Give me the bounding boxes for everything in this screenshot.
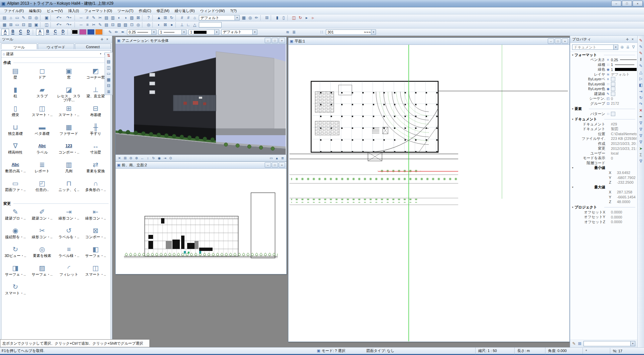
rotate-icon[interactable]: ↻ (638, 94, 644, 101)
copy-icon[interactable]: ◧ (638, 82, 644, 88)
folder2-icon[interactable]: ▨ (122, 22, 129, 28)
smart-window[interactable]: ◫ スマート・.. (29, 104, 55, 122)
home-view-icon[interactable]: ⌂ (191, 15, 198, 21)
line-type-combo[interactable]: 1 ▾ (158, 29, 186, 35)
polygonal-niche[interactable]: ∩ 多角形の・.. (82, 179, 109, 197)
linear-component-split[interactable]: ✂ 線形コン・.. (29, 226, 55, 244)
property-row[interactable]: 要素 (570, 107, 637, 112)
door[interactable]: ◻ ドア (29, 67, 55, 85)
niche[interactable]: ⊓ ニッチ、く.. (55, 179, 82, 197)
menu-item[interactable]: フォーマット(O) (82, 8, 115, 14)
status-angle[interactable]: 角度: 0.000 (545, 347, 583, 354)
menu-item[interactable]: 挿入(I) (66, 8, 82, 14)
dimension-style-button[interactable]: C (51, 29, 59, 35)
window-layout-icon[interactable]: ▣ (43, 15, 50, 21)
chimney[interactable]: ▯ 煙突 (2, 104, 29, 122)
full-view-icon[interactable]: ⊙ (168, 156, 173, 161)
animation-window-titlebar[interactable]: ▣ アニメーション: モデル全体 – □ × (116, 37, 286, 44)
menu-item[interactable]: ビュー(V) (44, 8, 66, 14)
report[interactable]: ≣ レポート (29, 160, 55, 178)
property-row[interactable]: ByLayerペ ≡ (570, 77, 637, 82)
sill-height[interactable]: Abc 敷居の高・.. (2, 160, 29, 178)
property-row[interactable]: フォーマット (570, 53, 637, 58)
screen-icon[interactable]: ▭ (268, 156, 274, 161)
title-bar[interactable]: ▣ Allplan 2013 - トライアル - Kokuyo Hall4 - … (0, 0, 644, 7)
property-row[interactable]: X 287.1258 (570, 190, 637, 195)
property-row[interactable]: レイヤ ≋ デフォルト (570, 72, 637, 77)
grid-icon[interactable]: # (84, 15, 91, 21)
chevron-down-icon[interactable]: ▾ (371, 30, 376, 34)
save2-icon[interactable]: ⊟ (110, 22, 116, 28)
property-row[interactable]: ByLayer色 ◉ (570, 87, 637, 92)
page-next-icon[interactable]: ▸ (303, 15, 310, 21)
freeform[interactable]: ◰ 任意の.. (29, 179, 55, 197)
line-icon[interactable]: ─ (78, 15, 84, 21)
clipboard-icon[interactable]: ◫ (43, 22, 50, 28)
pen-thickness-combo[interactable]: 0.25 ▾ (127, 29, 156, 35)
minimize-icon[interactable]: – (265, 38, 271, 43)
relabel[interactable]: ↺ ラベルを・.. (55, 226, 82, 244)
building2-icon[interactable]: ▯ (280, 15, 287, 21)
elevation-window-titlebar[interactable]: ▣ 前、南、立面:2 – □ × (116, 162, 286, 169)
menu-item[interactable]: ツール(T) (115, 8, 136, 14)
coordinate-field[interactable] (199, 22, 222, 27)
opening-mini-icon[interactable]: ◫ (105, 65, 112, 71)
plan-window-titlebar[interactable]: ▣ 平面:1 – □ × (288, 38, 569, 45)
box-plus-icon[interactable]: ⊞ (162, 15, 168, 21)
cut-icon[interactable]: ✂ (97, 15, 103, 21)
menu-item[interactable]: 繰り返し(R) (172, 8, 198, 14)
render-icon[interactable]: ▲ (274, 156, 280, 161)
delete-icon[interactable]: ✕ (638, 107, 644, 113)
measure-list-icon[interactable]: ≡ (84, 22, 91, 28)
zoom-plus-icon[interactable]: ⊕ (619, 45, 625, 50)
chevron-down-icon[interactable]: ▾ (151, 30, 156, 34)
surface-edit[interactable]: ◧ サーフェ・.. (82, 245, 109, 263)
property-row[interactable]: グループ ⊡ 2172 (570, 101, 637, 106)
calculator-icon[interactable]: ⊞ (264, 15, 270, 21)
save-icon[interactable]: ⊟ (27, 15, 33, 21)
recess-slab[interactable]: ◪ レセス、 スラブ/平... (55, 85, 82, 103)
close-icon[interactable]: × (630, 37, 635, 41)
properties-panel-header[interactable]: プロパティ ✛ × (570, 36, 637, 43)
surface-assign[interactable]: ◨ サーフェ・.. (2, 264, 29, 282)
property-row[interactable]: 変更 2012/10/23, 21:58:.. (570, 146, 637, 151)
undo-wide-icon[interactable]: ↶ (54, 22, 64, 28)
close-icon[interactable]: × (562, 38, 568, 44)
drag-copy-icon[interactable]: ↷ (638, 101, 644, 107)
maximize-icon[interactable]: □ (272, 162, 278, 168)
walk-icon[interactable]: ◉ (156, 156, 162, 161)
filter-element-icon[interactable]: ∇ (638, 158, 644, 164)
open-folder-icon[interactable]: ▤ (103, 22, 110, 28)
close-icon[interactable]: × (279, 162, 285, 168)
sum-icon[interactable]: Σ (638, 152, 644, 158)
building-icon[interactable]: ▮ (274, 15, 280, 21)
project-icon[interactable]: ▤ (1, 15, 8, 21)
property-row[interactable]: パターン ∷ (570, 111, 637, 116)
text-style-button[interactable]: D (24, 29, 32, 35)
arch-properties[interactable]: ✎ 建築プロ・.. (2, 207, 29, 226)
chevron-down-icon[interactable]: ▾ (613, 45, 618, 50)
property-row[interactable]: Z -232.2500 (570, 180, 637, 185)
drawing-type-combo[interactable]: デフォルト ▾ (199, 15, 240, 20)
wall[interactable]: ▤ 壁 (2, 67, 29, 85)
property-row[interactable]: 位置 C:\Data\Nemetsch (570, 131, 637, 137)
layer-stack-icon[interactable]: ⊞ (577, 341, 583, 346)
redo-icon[interactable]: ↷ (64, 15, 74, 21)
layers2-icon[interactable]: ≣ (291, 29, 297, 35)
property-row[interactable]: Z 48.0000 (570, 199, 637, 204)
filter-color-icon[interactable]: ∇ (638, 132, 644, 139)
dimension-style-button[interactable]: D (59, 29, 67, 35)
clipboard-icon[interactable]: ≣ (280, 156, 285, 161)
open-project-icon[interactable]: ⌂ (8, 15, 14, 21)
label-style[interactable]: ≡ ラベル様・.. (55, 245, 82, 263)
property-row[interactable]: 建築線 ✎ (570, 91, 637, 96)
property-row[interactable]: X 33.6492 (570, 170, 637, 175)
list-mini-icon[interactable]: ≣ (105, 89, 112, 95)
pad-foundation[interactable]: ⊔ 独立基礎 (2, 123, 29, 141)
text-style-button[interactable]: B (9, 29, 17, 35)
chevron-down-icon[interactable]: ▾ (214, 30, 219, 34)
help-icon[interactable]: ? (145, 15, 152, 21)
modify-red-icon[interactable]: ✎ (638, 37, 644, 43)
property-row[interactable]: ユーザー local (570, 151, 637, 156)
linear-component-stretch[interactable]: ⇥ 線形コン・.. (55, 207, 82, 226)
